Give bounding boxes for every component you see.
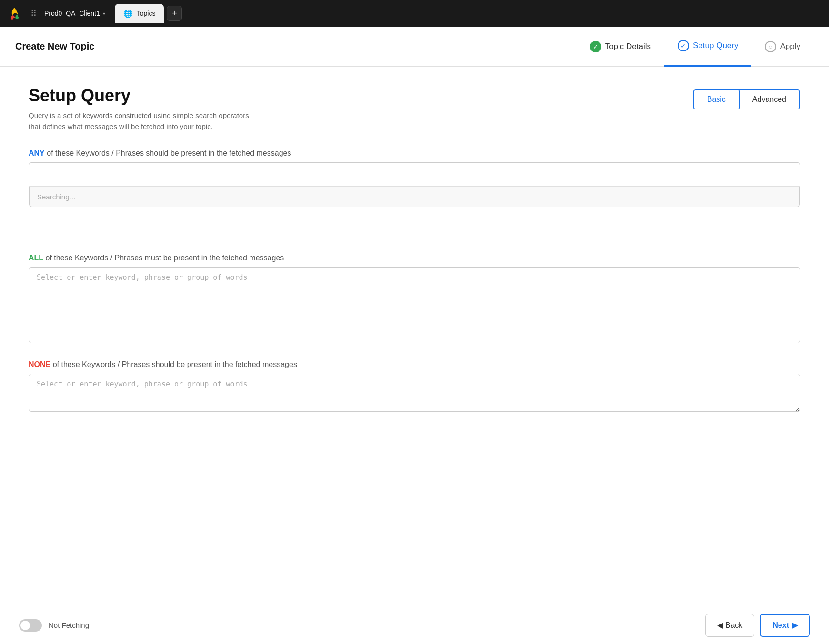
- plus-icon: +: [172, 9, 177, 19]
- any-label: ANY of these Keywords / Phrases should b…: [29, 149, 800, 158]
- account-selector[interactable]: Prod0_QA_Client1 ▾: [44, 10, 105, 17]
- back-button[interactable]: ◀ Back: [705, 614, 755, 637]
- page-breadcrumb-title: Create New Topic: [15, 41, 577, 52]
- page-title-section: Setup Query Query is a set of keywords c…: [29, 86, 249, 132]
- all-keywords-section: ALL of these Keywords / Phrases must be …: [29, 254, 800, 345]
- all-keywords-input[interactable]: [29, 267, 800, 343]
- fetching-toggle[interactable]: [19, 619, 42, 632]
- none-keyword: NONE: [29, 360, 50, 368]
- globe-icon: 🌐: [123, 9, 133, 18]
- step-setup-query[interactable]: ✓ Setup Query: [664, 27, 751, 67]
- page-header: Setup Query Query is a set of keywords c…: [29, 86, 800, 132]
- page-description-line1: Query is a set of keywords constructed u…: [29, 110, 249, 121]
- back-arrow-icon: ◀: [717, 621, 723, 630]
- none-keywords-section: NONE of these Keywords / Phrases should …: [29, 360, 800, 414]
- grid-icon[interactable]: ⠿: [29, 6, 39, 20]
- basic-mode-button[interactable]: Basic: [693, 89, 740, 109]
- any-label-rest: of these Keywords / Phrases should be pr…: [47, 149, 291, 157]
- topics-tab-label: Topics: [137, 10, 156, 17]
- next-button[interactable]: Next ▶: [760, 614, 810, 637]
- all-keyword: ALL: [29, 254, 43, 262]
- footer: Not Fetching ◀ Back Next ▶: [0, 606, 829, 644]
- next-label: Next: [772, 621, 789, 630]
- step-apply-label: Apply: [780, 42, 800, 51]
- wizard-steps: ✓ Topic Details ✓ Setup Query ○ Apply: [577, 27, 814, 67]
- all-label-rest: of these Keywords / Phrases must be pres…: [46, 254, 284, 262]
- topics-tab[interactable]: 🌐 Topics: [115, 4, 164, 23]
- none-label: NONE of these Keywords / Phrases should …: [29, 360, 800, 369]
- any-input-container: Searching...: [29, 162, 800, 238]
- page-description-line2: that defines what messages will be fetch…: [29, 121, 249, 132]
- nav-bar: ⠿ Prod0_QA_Client1 ▾ 🌐 Topics +: [0, 0, 829, 27]
- any-search-dropdown: Searching...: [29, 187, 800, 207]
- all-label: ALL of these Keywords / Phrases must be …: [29, 254, 800, 262]
- none-keywords-input[interactable]: [29, 374, 800, 412]
- searching-text: Searching...: [37, 193, 75, 201]
- account-name: Prod0_QA_Client1: [44, 10, 100, 17]
- back-label: Back: [726, 621, 743, 630]
- none-label-rest: of these Keywords / Phrases should be pr…: [53, 360, 297, 368]
- step-apply[interactable]: ○ Apply: [751, 27, 814, 67]
- step-setup-query-label: Setup Query: [693, 41, 738, 50]
- mode-toggle: Basic Advanced: [693, 89, 800, 109]
- main-content: Setup Query Query is a set of keywords c…: [0, 67, 829, 644]
- any-keywords-input[interactable]: [29, 163, 800, 187]
- step-topic-details[interactable]: ✓ Topic Details: [577, 27, 664, 67]
- any-keyword: ANY: [29, 149, 45, 157]
- add-tab-button[interactable]: +: [167, 6, 182, 21]
- page-title: Setup Query: [29, 86, 249, 106]
- nav-tabs: 🌐 Topics +: [115, 4, 823, 23]
- app-logo: [6, 5, 23, 22]
- footer-right: ◀ Back Next ▶: [705, 614, 810, 637]
- toggle-label: Not Fetching: [49, 621, 89, 629]
- step-setup-query-icon: ✓: [678, 40, 689, 51]
- next-arrow-icon: ▶: [792, 621, 798, 630]
- step-topic-details-label: Topic Details: [605, 42, 651, 51]
- step-apply-icon: ○: [765, 41, 776, 52]
- footer-left: Not Fetching: [19, 619, 89, 632]
- step-topic-details-icon: ✓: [590, 41, 601, 52]
- header-bar: Create New Topic ✓ Topic Details ✓ Setup…: [0, 27, 829, 67]
- account-chevron-icon: ▾: [103, 11, 105, 16]
- any-keywords-section: ANY of these Keywords / Phrases should b…: [29, 149, 800, 238]
- advanced-mode-button[interactable]: Advanced: [739, 90, 799, 109]
